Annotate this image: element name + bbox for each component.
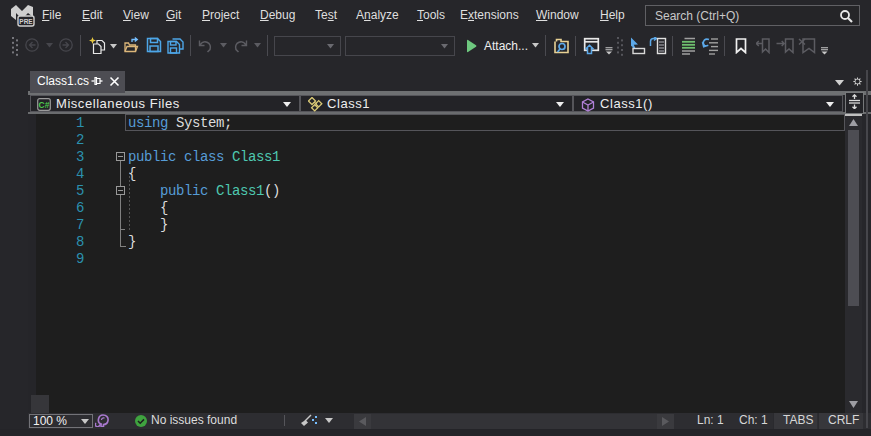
svg-text:PRE: PRE: [19, 18, 33, 25]
svg-text:C#: C#: [39, 100, 50, 110]
